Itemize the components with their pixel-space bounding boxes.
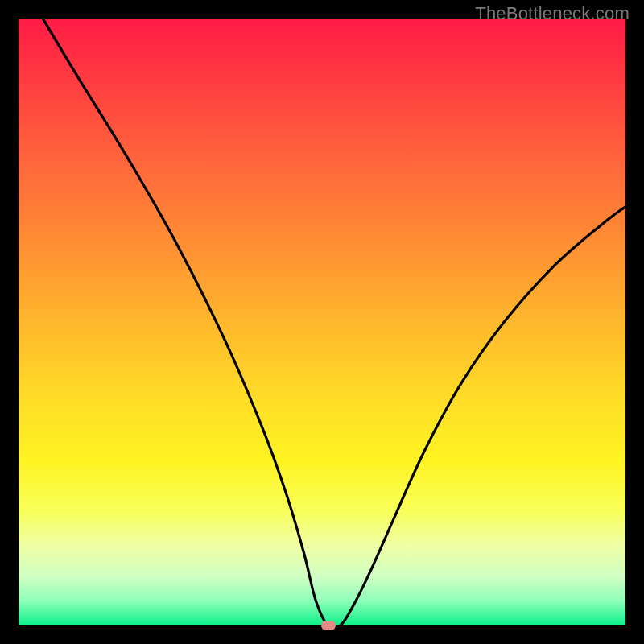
bottleneck-curve — [19, 19, 625, 625]
plot-area — [19, 19, 625, 625]
watermark-text: TheBottleneck.com — [475, 3, 630, 24]
chart-frame: TheBottleneck.com — [0, 0, 644, 644]
optimal-marker — [321, 621, 336, 630]
